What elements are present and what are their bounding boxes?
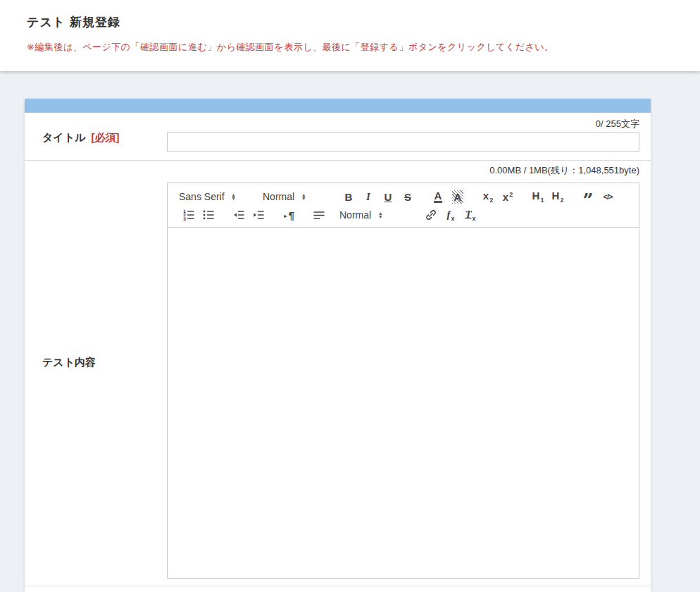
picker-arrows-icon: ▴▾ <box>302 193 305 200</box>
formula-button[interactable]: fx <box>441 206 461 223</box>
content-size-counter: 0.00MB / 1MB(残り：1,048,551byte) <box>167 165 639 176</box>
registration-form-card: タイトル [必須] 0/ 255文字 テスト内容 0.00MB / 1MB(残り… <box>25 99 651 592</box>
edit-instruction-note: ※編集後は、ページ下の「確認画面に進む」から確認画面を表示し、最後に「登録する」… <box>27 41 679 54</box>
heading1-button[interactable]: H1 <box>528 188 548 205</box>
blockquote-button[interactable]: ” <box>578 188 598 205</box>
link-icon <box>425 209 437 221</box>
toolbar-row-2: 123 <box>179 206 633 223</box>
align-icon <box>313 209 325 221</box>
title-input[interactable] <box>167 132 639 152</box>
inline-format-group: B I U S <box>339 188 418 205</box>
insert-group: fx Tx <box>421 206 480 223</box>
code-block-icon: </> <box>604 192 613 201</box>
align-button[interactable] <box>309 206 329 223</box>
title-field-col: 0/ 255文字 <box>167 113 639 160</box>
subscript-button[interactable]: x2 <box>478 188 498 205</box>
title-label-col: タイトル [必須] <box>25 113 167 160</box>
background-color-icon: A <box>452 190 464 204</box>
size-picker[interactable]: Normal ▴▾ <box>339 206 404 223</box>
editor-content-area[interactable] <box>168 228 639 578</box>
header-picker[interactable]: Normal ▴▾ <box>263 188 322 205</box>
indent-button[interactable] <box>249 206 268 223</box>
strikethrough-button[interactable]: S <box>398 188 418 205</box>
formula-icon: fx <box>446 208 454 222</box>
italic-icon: I <box>366 191 370 203</box>
align-group <box>309 206 329 223</box>
link-button[interactable] <box>421 206 441 223</box>
background-color-button[interactable]: A <box>448 188 468 205</box>
ordered-list-icon: 123 <box>182 209 195 221</box>
content-row: テスト内容 0.00MB / 1MB(残り：1,048,551byte) San… <box>25 160 651 586</box>
picker-arrows-icon: ▴▾ <box>379 211 382 218</box>
svg-text:3: 3 <box>183 216 186 221</box>
toolbar-row-1: Sans Serif ▴▾ Normal ▴▾ B I U <box>179 188 633 205</box>
outdent-button[interactable] <box>229 206 249 223</box>
content-field-label: テスト内容 <box>42 356 96 369</box>
form-accent-bar <box>25 99 651 113</box>
page-header: テスト 新規登録 ※編集後は、ページ下の「確認画面に進む」から確認画面を表示し、… <box>0 0 700 71</box>
block-group: ” </> <box>578 188 618 205</box>
picker-arrows-icon: ▴▾ <box>232 193 235 200</box>
content-label-col: テスト内容 <box>25 161 167 586</box>
underline-button[interactable]: U <box>378 188 398 205</box>
bullet-list-icon <box>202 209 215 221</box>
clean-format-icon: Tx <box>465 208 475 222</box>
text-direction-button[interactable]: ‣¶ <box>279 206 299 223</box>
superscript-button[interactable]: x2 <box>498 188 518 205</box>
underline-icon: U <box>385 191 392 203</box>
text-color-icon: A <box>434 191 443 203</box>
font-picker[interactable]: Sans Serif ▴▾ <box>179 188 246 205</box>
superscript-icon: x2 <box>503 191 513 203</box>
bold-icon: B <box>345 191 353 203</box>
list-group: 123 <box>179 206 218 223</box>
outdent-icon <box>232 209 245 221</box>
title-row: タイトル [必須] 0/ 255文字 <box>25 113 651 160</box>
heading2-button[interactable]: H2 <box>548 188 568 205</box>
code-block-button[interactable]: </> <box>598 188 618 205</box>
heading2-icon: H2 <box>552 190 564 204</box>
indent-group <box>229 206 268 223</box>
subscript-icon: x2 <box>483 190 493 204</box>
blockquote-icon: ” <box>583 190 594 204</box>
text-direction-icon: ‣¶ <box>283 209 294 221</box>
color-group: A A <box>428 188 468 205</box>
bold-button[interactable]: B <box>339 188 358 205</box>
content-field-col: 0.00MB / 1MB(残り：1,048,551byte) Sans Seri… <box>167 161 639 586</box>
title-char-counter: 0/ 255文字 <box>167 118 639 130</box>
main-content: タイトル [必須] 0/ 255文字 テスト内容 0.00MB / 1MB(残り… <box>0 71 700 592</box>
title-field-label: タイトル <box>42 131 85 143</box>
direction-group: ‣¶ <box>279 206 299 223</box>
bullet-list-button[interactable] <box>199 206 218 223</box>
next-row-stub <box>25 586 651 591</box>
page-title: テスト 新規登録 <box>27 14 679 30</box>
editor-toolbar: Sans Serif ▴▾ Normal ▴▾ B I U <box>168 183 639 228</box>
heading-group: H1 H2 <box>528 188 568 205</box>
script-group: x2 x2 <box>478 188 518 205</box>
rich-text-editor: Sans Serif ▴▾ Normal ▴▾ B I U <box>167 183 639 579</box>
ordered-list-button[interactable]: 123 <box>179 206 199 223</box>
clean-format-button[interactable]: Tx <box>461 206 480 223</box>
heading1-icon: H1 <box>532 190 544 204</box>
text-color-button[interactable]: A <box>428 188 448 205</box>
required-badge: [必須] <box>92 131 120 143</box>
italic-button[interactable]: I <box>358 188 378 205</box>
indent-icon <box>252 209 265 221</box>
strikethrough-icon: S <box>404 191 411 203</box>
